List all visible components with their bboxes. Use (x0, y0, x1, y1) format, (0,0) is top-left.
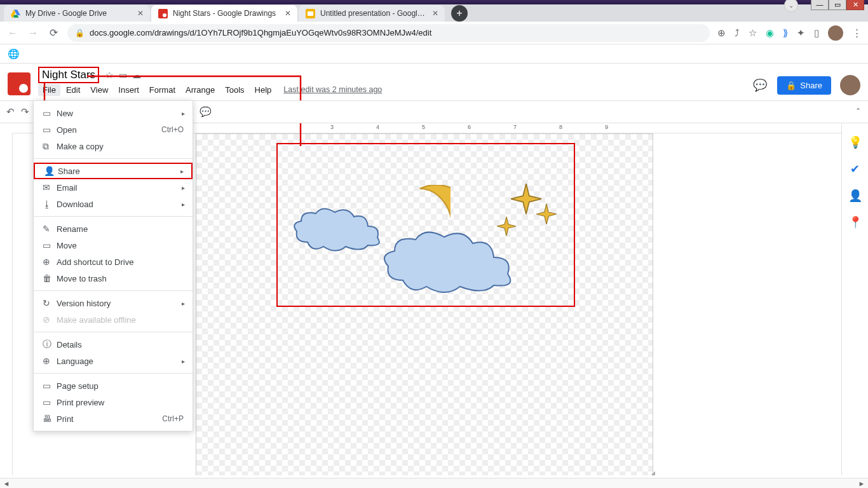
menu-item-icon: 🖶 (43, 414, 57, 424)
redo-icon[interactable]: ↷ (21, 106, 29, 118)
browser-tab[interactable]: Night Stars - Google Drawings ✕ (151, 5, 297, 22)
profile-avatar[interactable] (828, 25, 843, 41)
menu-arrange[interactable]: Arrange (181, 84, 219, 96)
menu-item-print[interactable]: 🖶PrintCtrl+P (34, 410, 193, 427)
window-maximize-button[interactable]: ▭ (829, 0, 846, 10)
menu-item-icon: ⧉ (43, 141, 57, 152)
tab-label: My Drive - Google Drive (25, 9, 132, 18)
cloud-shape[interactable] (292, 207, 387, 252)
globe-icon[interactable]: 🌐 (8, 48, 20, 60)
menu-item-label: New (57, 109, 73, 118)
collapse-toolbar-icon[interactable]: ˄ (856, 107, 860, 117)
scroll-right-icon[interactable]: ► (857, 478, 867, 488)
menu-item-details[interactable]: ⓘDetails (34, 336, 193, 353)
close-icon[interactable]: ✕ (432, 9, 438, 18)
menu-item-page-setup[interactable]: ▭Page setup (34, 377, 193, 394)
menu-insert[interactable]: Insert (114, 84, 144, 96)
menu-item-new[interactable]: ▭New▸ (34, 105, 193, 121)
menu-item-icon: ⭳ (43, 199, 57, 209)
comments-icon[interactable]: 💬 (752, 77, 768, 93)
star-shape[interactable] (497, 217, 516, 236)
ruler-mark: 4 (376, 124, 379, 130)
star-shape[interactable] (536, 201, 557, 227)
maps-icon[interactable]: 📍 (849, 216, 862, 229)
reload-icon[interactable]: ⟳ (47, 27, 60, 39)
menu-item-label: Version history (57, 299, 111, 308)
keep-icon[interactable]: 💡 (849, 136, 862, 149)
browser-tab[interactable]: My Drive - Google Drive ✕ (4, 5, 150, 22)
menu-item-label: Make a copy (57, 142, 104, 151)
drawing-canvas[interactable] (196, 133, 653, 475)
tasks-icon[interactable]: ✔ (849, 163, 862, 175)
menu-item-email[interactable]: ✉Email▸ (34, 179, 193, 196)
window-controls: — ▭ ✕ (811, 0, 864, 10)
back-icon[interactable]: ← (6, 27, 19, 39)
menu-item-label: Email (57, 183, 78, 193)
cast-icon[interactable]: ⟫ (783, 27, 788, 39)
menu-item-label: Make available offline (57, 315, 136, 325)
menu-item-label: Language (57, 356, 93, 366)
share-label: Share (800, 81, 822, 90)
close-icon[interactable]: ✕ (285, 9, 291, 18)
horizontal-scrollbar[interactable]: ◄ ► (0, 478, 868, 488)
menu-item-open[interactable]: ▭OpenCtrl+O (34, 121, 193, 138)
browser-tabstrip: My Drive - Google Drive ✕ Night Stars - … (0, 4, 868, 22)
cloud-shape[interactable] (381, 229, 520, 293)
address-bar[interactable]: 🔒 docs.google.com/drawings/d/1OYh7LROjf9… (67, 24, 710, 42)
menu-item-icon: ▭ (43, 397, 57, 407)
zoom-icon[interactable]: ⊕ (717, 27, 726, 39)
undo-icon[interactable]: ↶ (6, 106, 15, 118)
vertical-ruler (0, 133, 13, 475)
chrome-menu-icon[interactable]: ⋮ (852, 27, 862, 39)
menu-item-make-a-copy[interactable]: ⧉Make a copy (34, 138, 193, 154)
contacts-icon[interactable]: 👤 (849, 189, 862, 202)
menu-item-version-history[interactable]: ↻Version history▸ (34, 295, 193, 311)
window-close-button[interactable]: ✕ (846, 0, 864, 10)
lock-icon: 🔒 (75, 29, 85, 37)
grammarly-icon[interactable]: ◉ (766, 27, 774, 39)
browser-tab[interactable]: Untitled presentation - Google Sl ✕ (299, 5, 445, 22)
menu-format[interactable]: Format (145, 84, 180, 96)
menu-item-download[interactable]: ⭳Download▸ (34, 196, 193, 212)
menu-view[interactable]: View (86, 84, 112, 96)
menu-item-rename[interactable]: ✎Rename (34, 220, 193, 237)
drawings-logo-icon[interactable] (8, 72, 31, 95)
last-edit-text[interactable]: Last edit was 2 minutes ago (283, 85, 382, 94)
send-icon[interactable]: ⤴ (735, 27, 740, 38)
menu-item-icon: ▭ (43, 381, 57, 391)
document-title[interactable]: Night Stars (38, 67, 99, 83)
chevron-right-icon: ▸ (182, 358, 185, 365)
extensions-icon[interactable]: ✦ (797, 27, 805, 39)
reader-icon[interactable]: ▯ (814, 27, 819, 39)
menu-item-print-preview[interactable]: ▭Print preview (34, 394, 193, 410)
star-icon[interactable]: ☆ (749, 27, 757, 39)
menu-help[interactable]: Help (250, 84, 276, 96)
menu-item-label: Rename (57, 224, 88, 234)
menu-item-move[interactable]: ▭Move (34, 237, 193, 254)
window-minimize-button[interactable]: — (811, 0, 829, 10)
file-menu-dropdown: ▭New▸▭OpenCtrl+O⧉Make a copy👤Share▸✉Emai… (33, 100, 193, 431)
menu-separator (34, 373, 193, 374)
close-icon[interactable]: ✕ (137, 9, 144, 18)
cloud-status-icon[interactable]: ☁ (132, 70, 141, 80)
menu-item-move-to-trash[interactable]: 🗑Move to trash (34, 270, 193, 287)
menu-item-label: Share (58, 166, 80, 176)
menu-file[interactable]: File (38, 84, 60, 96)
menu-item-share[interactable]: 👤Share▸ (34, 163, 193, 179)
menu-item-language[interactable]: ⊕Language▸ (34, 353, 193, 369)
scroll-left-icon[interactable]: ◄ (1, 478, 11, 488)
menu-item-icon: ⊕ (43, 356, 57, 366)
move-folder-icon[interactable]: ▭ (119, 70, 127, 80)
share-button[interactable]: 🔒 Share (777, 76, 831, 95)
account-avatar[interactable] (840, 75, 860, 95)
canvas-resize-handle[interactable] (648, 471, 655, 475)
forward-icon[interactable]: → (27, 27, 39, 39)
comment-add-icon[interactable]: 💬 (200, 106, 212, 118)
menu-item-make-available-offline: ⊘Make available offline (34, 311, 193, 328)
star-outline-icon[interactable]: ☆ (105, 70, 114, 80)
menu-edit[interactable]: Edit (62, 84, 85, 96)
menu-item-label: Open (57, 125, 77, 135)
new-tab-button[interactable]: + (451, 5, 468, 22)
menu-item-add-shortcut-to-drive[interactable]: ⊕Add shortcut to Drive (34, 254, 193, 270)
menu-tools[interactable]: Tools (220, 84, 248, 96)
